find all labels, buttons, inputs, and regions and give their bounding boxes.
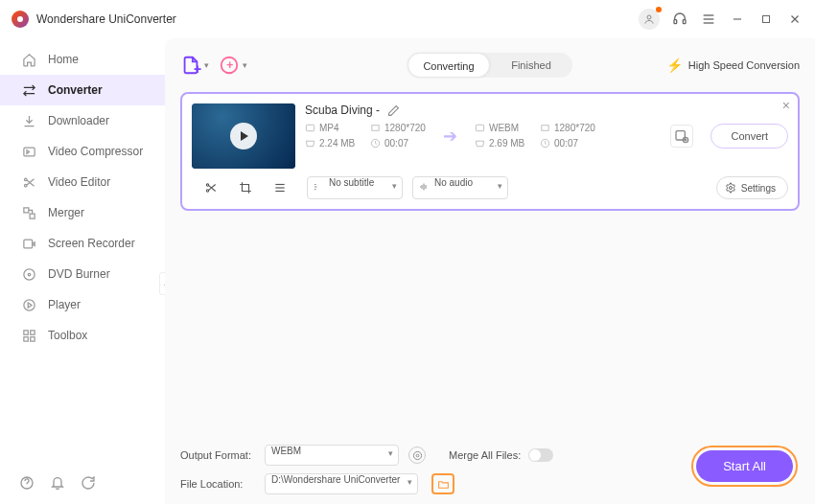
task-settings-button[interactable]: Settings xyxy=(716,176,788,199)
crop-button[interactable] xyxy=(235,177,256,198)
sidebar-item-home[interactable]: Home xyxy=(0,44,165,75)
sidebar-item-compressor[interactable]: Video Compressor xyxy=(0,136,165,167)
play-preview-icon xyxy=(230,123,257,149)
merge-toggle[interactable] xyxy=(528,448,553,462)
svg-point-39 xyxy=(413,451,421,459)
high-speed-label: High Speed Conversion xyxy=(688,59,800,71)
svg-rect-13 xyxy=(23,207,28,212)
sidebar-item-editor[interactable]: Video Editor xyxy=(0,167,165,197)
svg-point-40 xyxy=(416,454,419,457)
edit-title-button[interactable] xyxy=(387,104,400,117)
svg-rect-20 xyxy=(30,330,34,333)
svg-point-18 xyxy=(23,299,34,309)
disc-icon xyxy=(21,266,36,282)
dst-size: 2.69 MB xyxy=(489,138,524,149)
dst-res: 1280*720 xyxy=(554,123,595,133)
bolt-icon: ⚡ xyxy=(666,57,683,73)
sidebar-item-player[interactable]: Player xyxy=(0,289,165,320)
converter-icon xyxy=(21,82,36,98)
svg-point-0 xyxy=(647,15,651,19)
compress-icon xyxy=(21,144,36,159)
effect-button[interactable] xyxy=(269,177,291,198)
scissors-icon xyxy=(21,174,36,190)
svg-rect-15 xyxy=(23,240,32,248)
sidebar-item-label: Screen Recorder xyxy=(48,237,135,250)
audio-select[interactable]: No audio xyxy=(412,176,508,199)
svg-rect-21 xyxy=(23,336,27,340)
home-icon xyxy=(21,52,36,67)
sidebar-item-label: Video Editor xyxy=(48,175,110,189)
sidebar-item-label: Home xyxy=(48,53,79,66)
maximize-button[interactable] xyxy=(757,11,775,28)
svg-rect-28 xyxy=(476,125,483,130)
app-title: Wondershare UniConverter xyxy=(36,12,176,26)
feedback-icon[interactable] xyxy=(81,475,96,491)
start-all-button[interactable]: Start All xyxy=(696,450,793,482)
svg-point-12 xyxy=(24,184,27,187)
minimize-button[interactable] xyxy=(729,11,746,28)
svg-rect-22 xyxy=(30,336,34,340)
svg-point-33 xyxy=(206,184,208,186)
video-thumbnail[interactable] xyxy=(192,103,295,169)
sidebar-item-merger[interactable]: Merger xyxy=(0,197,165,228)
bell-icon[interactable] xyxy=(50,475,65,491)
svg-rect-29 xyxy=(542,126,548,131)
svg-point-11 xyxy=(24,178,27,181)
arrow-icon: ➔ xyxy=(435,126,465,147)
sidebar-item-downloader[interactable]: Downloader xyxy=(0,105,165,136)
sidebar-item-label: DVD Burner xyxy=(48,267,110,281)
svg-rect-19 xyxy=(23,330,27,333)
file-location-select[interactable]: D:\Wondershare UniConverter xyxy=(265,473,418,494)
subtitle-select[interactable]: No subtitle xyxy=(307,176,403,199)
tab-segment: Converting Finished xyxy=(408,53,572,78)
download-icon xyxy=(21,113,36,128)
svg-point-16 xyxy=(23,268,34,279)
output-format-label: Output Format: xyxy=(180,449,255,461)
menu-icon[interactable] xyxy=(700,11,717,28)
output-format-select[interactable]: WEBM xyxy=(265,445,399,466)
account-icon[interactable] xyxy=(639,9,660,30)
dst-format: WEBM xyxy=(489,123,519,133)
src-res: 1280*720 xyxy=(384,123,426,133)
settings-label: Settings xyxy=(741,183,776,194)
svg-rect-7 xyxy=(763,16,770,23)
output-preset-button[interactable] xyxy=(670,125,693,148)
add-folder-button[interactable]: + ▾ xyxy=(219,55,247,76)
output-info-button[interactable] xyxy=(408,447,426,464)
merge-icon xyxy=(21,205,36,220)
sidebar-item-label: Downloader xyxy=(48,114,109,127)
sidebar-item-label: Player xyxy=(48,298,81,311)
svg-rect-1 xyxy=(674,20,677,24)
chevron-down-icon: ▾ xyxy=(243,60,247,70)
start-all-wrap: Start All xyxy=(691,446,798,487)
svg-rect-26 xyxy=(372,126,379,131)
sidebar-item-label: Merger xyxy=(48,206,84,219)
grid-icon xyxy=(21,328,36,343)
sidebar-item-recorder[interactable]: Screen Recorder xyxy=(0,228,165,259)
task-card: × Scuba Diving - MP4 2.24 MB xyxy=(180,92,800,211)
record-icon xyxy=(21,236,36,251)
svg-rect-14 xyxy=(30,214,35,218)
convert-button[interactable]: Convert xyxy=(710,124,788,149)
svg-rect-25 xyxy=(306,125,314,130)
help-icon[interactable] xyxy=(19,475,35,491)
svg-point-17 xyxy=(28,273,31,276)
sidebar-item-converter[interactable]: Converter xyxy=(0,75,165,105)
close-button[interactable] xyxy=(786,11,803,28)
add-file-button[interactable]: + ▾ xyxy=(180,54,209,77)
tab-converting[interactable]: Converting xyxy=(408,53,490,78)
src-format: MP4 xyxy=(319,123,339,133)
svg-rect-2 xyxy=(683,20,686,24)
open-folder-button[interactable] xyxy=(431,473,454,494)
dst-dur: 00:07 xyxy=(554,138,578,149)
trim-button[interactable] xyxy=(200,177,221,198)
src-size: 2.24 MB xyxy=(319,138,355,149)
sidebar-item-toolbox[interactable]: Toolbox xyxy=(0,320,165,351)
chevron-down-icon: ▾ xyxy=(204,60,209,70)
svg-point-34 xyxy=(206,190,208,192)
high-speed-toggle[interactable]: ⚡ High Speed Conversion xyxy=(666,57,800,73)
tab-finished[interactable]: Finished xyxy=(490,53,572,78)
remove-task-button[interactable]: × xyxy=(782,98,790,113)
headset-icon[interactable] xyxy=(671,11,688,28)
sidebar-item-dvd[interactable]: DVD Burner xyxy=(0,259,165,289)
